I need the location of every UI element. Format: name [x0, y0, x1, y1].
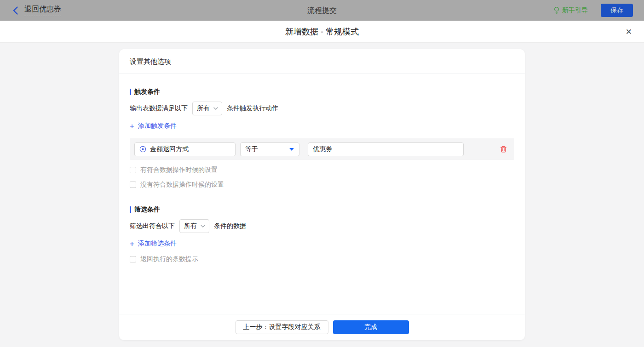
chevron-down-icon	[213, 107, 218, 110]
beginner-guide-label: 新手引导	[562, 6, 588, 15]
filter-match-prefix: 筛选出符合以下	[130, 222, 175, 230]
plus-icon: +	[130, 240, 134, 248]
options-card: 设置其他选项 触发条件 输出表数据满足以下 所有 条件触发执行动作 + 添加触发…	[119, 49, 525, 340]
lightbulb-icon	[553, 6, 560, 14]
radio-field-icon	[139, 146, 146, 153]
card-body: 触发条件 输出表数据满足以下 所有 条件触发执行动作 + 添加触发条件	[119, 74, 525, 314]
trigger-condition-row: 金额退回方式 等于	[130, 138, 514, 160]
trigger-match-suffix: 条件触发执行动作	[227, 104, 278, 113]
trash-icon	[500, 145, 507, 153]
condition-field-select[interactable]: 金额退回方式	[134, 142, 236, 156]
trigger-match-row: 输出表数据满足以下 所有 条件触发执行动作	[130, 102, 514, 115]
beginner-guide-link[interactable]: 新手引导	[553, 6, 588, 15]
save-button[interactable]: 保存	[601, 4, 633, 17]
condition-operator-select[interactable]: 等于	[240, 142, 299, 156]
add-filter-condition-button[interactable]: + 添加筛选条件	[130, 239, 177, 248]
checkbox-row-count-tip: 返回执行的条数提示	[130, 255, 514, 263]
filter-section-label: 筛选条件	[134, 205, 160, 214]
page-title: 流程提交	[307, 6, 337, 15]
checkbox-row-has-data: 有符合数据操作时候的设置	[130, 166, 514, 174]
close-icon[interactable]: ✕	[626, 28, 632, 35]
section-bar-decoration	[130, 89, 131, 95]
filter-match-suffix: 条件的数据	[214, 222, 246, 230]
add-filter-condition-label: 添加筛选条件	[138, 239, 177, 248]
previous-step-button[interactable]: 上一步：设置字段对应关系	[236, 320, 328, 334]
checkbox-no-data[interactable]	[130, 182, 136, 188]
add-trigger-condition-label: 添加触发条件	[138, 122, 177, 130]
trigger-section-label: 触发条件	[134, 88, 160, 96]
trigger-section-title: 触发条件	[130, 88, 514, 96]
back-button[interactable]	[13, 6, 18, 15]
filter-match-row: 筛选出符合以下 所有 条件的数据	[130, 219, 514, 233]
card-footer: 上一步：设置字段对应关系 完成	[119, 314, 525, 340]
checkbox-count-tip-label: 返回执行的条数提示	[140, 255, 198, 263]
condition-field-value: 金额退回方式	[150, 145, 189, 154]
section-bar-decoration	[130, 206, 131, 213]
checkbox-row-no-data: 没有符合数据操作时候的设置	[130, 181, 514, 189]
trigger-match-prefix: 输出表数据满足以下	[130, 104, 188, 113]
checkbox-no-data-label: 没有符合数据操作时候的设置	[140, 181, 224, 189]
done-button[interactable]: 完成	[333, 320, 409, 334]
add-trigger-condition-button[interactable]: + 添加触发条件	[130, 122, 177, 130]
filter-match-select-value: 所有	[184, 222, 197, 230]
modal-header: 新增数据 - 常规模式 ✕	[0, 21, 644, 43]
caret-down-icon	[289, 148, 294, 151]
top-bar: 退回优惠券 流程提交 新手引导 保存	[0, 0, 644, 21]
plus-icon: +	[130, 122, 134, 130]
condition-operator-value: 等于	[245, 145, 258, 154]
checkbox-has-data[interactable]	[130, 167, 136, 173]
trigger-match-select-value: 所有	[197, 104, 210, 113]
card-header-title: 设置其他选项	[119, 49, 525, 74]
filter-match-select[interactable]: 所有	[179, 219, 209, 233]
checkbox-has-data-label: 有符合数据操作时候的设置	[140, 166, 218, 174]
chevron-left-icon	[13, 6, 18, 15]
chevron-down-icon	[201, 225, 205, 228]
trigger-match-select[interactable]: 所有	[192, 102, 222, 115]
delete-condition-button[interactable]	[500, 145, 507, 153]
modal-title: 新增数据 - 常规模式	[285, 26, 359, 37]
flow-name[interactable]: 退回优惠券	[24, 5, 61, 16]
condition-value-input[interactable]	[308, 142, 464, 156]
checkbox-count-tip[interactable]	[130, 256, 136, 262]
filter-section-title: 筛选条件	[130, 205, 514, 214]
